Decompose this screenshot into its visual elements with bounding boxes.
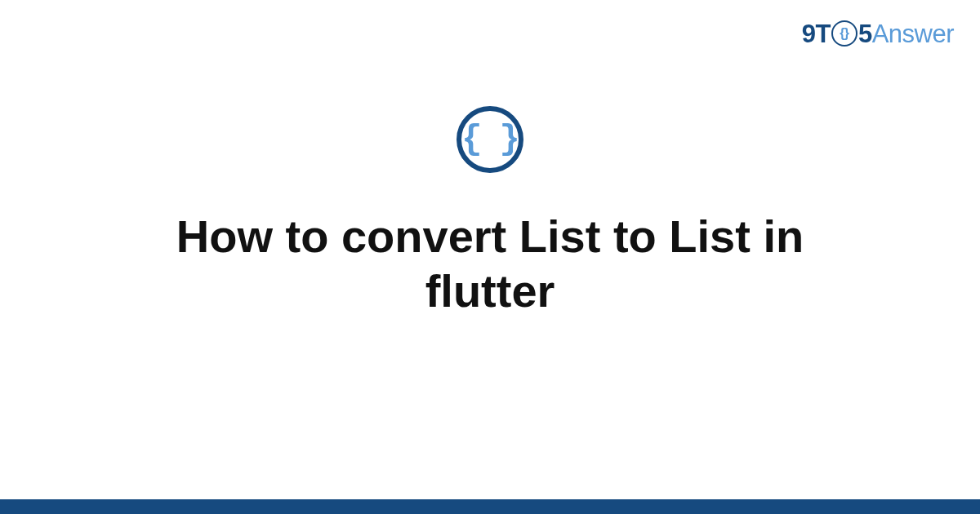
braces-icon: { } [461, 122, 519, 157]
logo-text-answer: Answer [872, 20, 954, 49]
footer-accent-bar [0, 499, 980, 514]
logo-circle-icon: {} [831, 20, 858, 47]
main-content: { } How to convert List to List in flutt… [0, 106, 980, 318]
page-title: How to convert List to List in flutter [98, 209, 882, 318]
logo-text-5: 5 [858, 20, 872, 49]
logo-text-9t: 9T [802, 20, 831, 49]
logo-braces-icon: {} [840, 27, 849, 40]
site-logo: 9T {} 5 Answer [802, 20, 954, 49]
category-icon: { } [457, 106, 523, 173]
